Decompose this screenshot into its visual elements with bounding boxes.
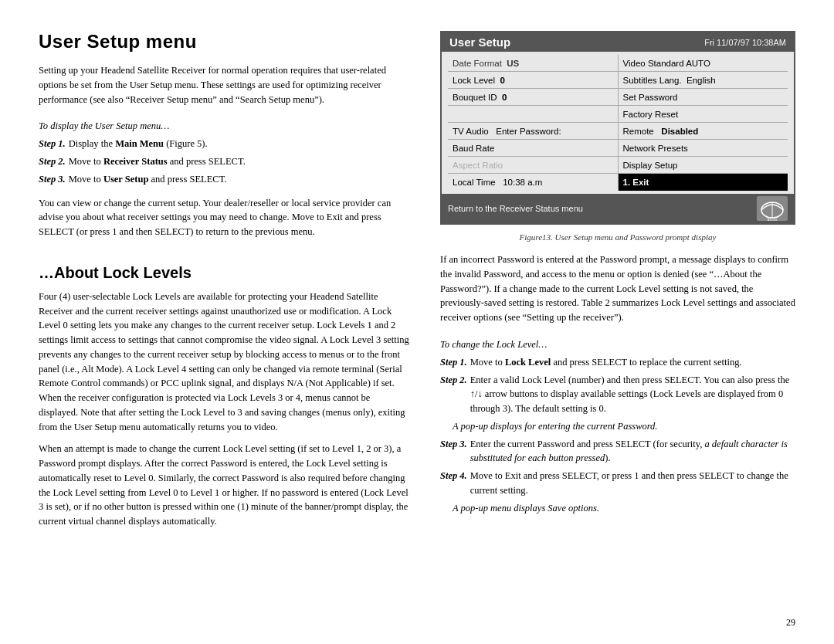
factory-reset-cell: Factory Reset	[619, 106, 788, 122]
screen-row-3: Bouquet ID 0 Set Password	[448, 89, 788, 106]
status-text: Return to the Receiver Status menu	[448, 204, 583, 213]
screen-row-7: Aspect Ratio Display Setup	[448, 157, 788, 174]
display-setup-cell: Display Setup	[619, 157, 788, 173]
screen-header: User Setup Fri 11/07/97 10:38AM	[442, 32, 794, 52]
baud-rate-cell: Baud Rate	[448, 140, 619, 156]
page-number: 29	[786, 617, 795, 629]
step-2: Step 2. Move to Receiver Status and pres…	[39, 154, 409, 169]
screen-row-8: Local Time 10:38 a.m 1. Exit	[448, 174, 788, 191]
aspect-ratio-cell: Aspect Ratio	[448, 157, 619, 173]
screen-title: User Setup	[449, 36, 510, 49]
to-display-label: To display the User Setup menu…	[39, 120, 409, 132]
about-body2: When an attempt is made to change the cu…	[39, 442, 409, 529]
status-bar: Return to the Receiver Status menu Scien…	[442, 194, 794, 223]
bouquet-id-cell: Bouquet ID 0	[448, 89, 619, 105]
change-lock-label: To change the Lock Level…	[440, 339, 795, 351]
sa-logo: Scientific Atlanta	[757, 196, 788, 221]
screen-row-1: Date Format US Video Standard AUTO	[448, 55, 788, 72]
intro-text: Setting up your Headend Satellite Receiv…	[39, 63, 409, 107]
set-password-cell: Set Password	[619, 89, 788, 105]
network-presets-cell: Network Presets	[619, 140, 788, 156]
about-title: …About Lock Levels	[39, 264, 409, 282]
user-setup-screen: User Setup Fri 11/07/97 10:38AM Date For…	[440, 31, 795, 225]
screen-datetime: Fri 11/07/97 10:38AM	[704, 38, 786, 47]
date-format-label: Date Format US	[448, 55, 619, 71]
body2-text: You can view or change the current setup…	[39, 196, 409, 239]
step-3: Step 3. Move to User Setup and press SEL…	[39, 172, 409, 187]
change-step-2: Step 2. Enter a valid Lock Level (number…	[440, 373, 795, 434]
exit-cell[interactable]: 1. Exit	[619, 174, 788, 191]
lock-level-cell: Lock Level 0	[448, 72, 619, 88]
change-step-1: Step 1. Move to Lock Level and press SEL…	[440, 355, 795, 370]
about-body1: Four (4) user-selectable Lock Levels are…	[39, 290, 409, 435]
screen-row-6: Baud Rate Network Presets	[448, 140, 788, 157]
subtitles-cell: Subtitles Lang. English	[619, 72, 788, 88]
figure-caption: Figure13. User Setup menu and Password p…	[440, 232, 795, 242]
local-time-cell: Local Time 10:38 a.m	[448, 174, 619, 191]
empty-cell-4	[448, 106, 619, 122]
svg-text:Atlanta: Atlanta	[768, 218, 778, 221]
step-1: Step 1. Display the Main Menu (Figure 5)…	[39, 137, 409, 151]
change-step-3: Step 3. Enter the current Password and p…	[440, 437, 795, 466]
screen-row-5: TV Audio Enter Password: Remote Disabled	[448, 123, 788, 140]
main-title: User Setup menu	[39, 31, 409, 53]
right-column: User Setup Fri 11/07/97 10:38AM Date For…	[440, 31, 795, 621]
page: User Setup menu Setting up your Headend …	[0, 0, 834, 644]
right-body1: If an incorrect Password is entered at t…	[440, 253, 795, 325]
remote-cell: Remote Disabled	[619, 123, 788, 139]
video-standard-cell: Video Standard AUTO	[619, 55, 788, 71]
screen-row-2: Lock Level 0 Subtitles Lang. English	[448, 72, 788, 89]
change-step-4: Step 4. Move to Exit and press SELECT, o…	[440, 469, 795, 515]
tv-audio-cell: TV Audio Enter Password:	[448, 123, 619, 139]
screen-row-4: Factory Reset	[448, 106, 788, 123]
screen-body: Date Format US Video Standard AUTO Lock …	[442, 52, 794, 194]
left-column: User Setup menu Setting up your Headend …	[39, 31, 409, 621]
